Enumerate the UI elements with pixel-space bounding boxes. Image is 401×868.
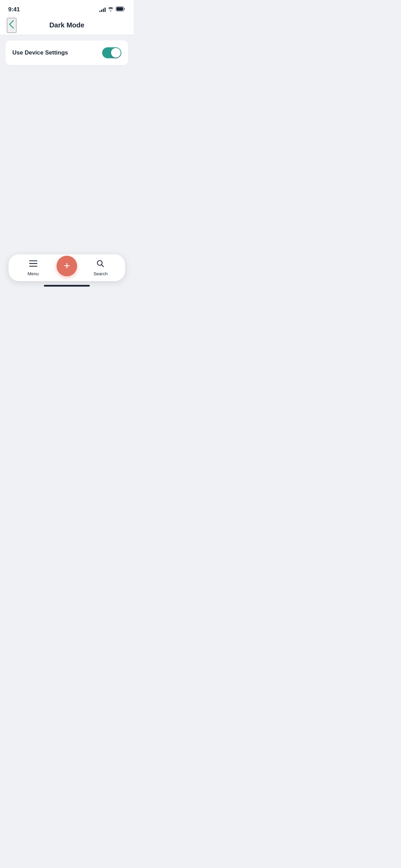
tab-menu[interactable]: Menu	[21, 260, 45, 276]
page-title: Dark Mode	[49, 21, 84, 29]
add-icon: +	[64, 260, 70, 271]
battery-icon	[116, 7, 125, 13]
search-icon	[96, 260, 105, 270]
status-icons	[99, 7, 125, 13]
wifi-icon	[108, 7, 114, 13]
svg-rect-3	[29, 263, 37, 264]
svg-rect-1	[117, 7, 123, 11]
status-time: 9:41	[8, 6, 20, 13]
tab-menu-label: Menu	[27, 271, 39, 276]
back-button[interactable]	[7, 18, 16, 33]
tab-bar-wrapper: Menu + Search	[9, 254, 125, 281]
use-device-settings-toggle[interactable]	[102, 47, 121, 58]
svg-rect-4	[29, 266, 37, 266]
svg-rect-2	[29, 260, 37, 261]
toggle-thumb	[111, 48, 121, 58]
main-content: Use Device Settings	[0, 35, 134, 168]
home-indicator	[44, 285, 90, 287]
menu-icon	[29, 260, 37, 270]
add-button[interactable]: +	[57, 256, 77, 276]
dark-mode-page: 9:41	[0, 0, 134, 289]
nav-header: Dark Mode	[0, 17, 134, 35]
signal-icon	[99, 7, 106, 12]
tab-search[interactable]: Search	[88, 260, 112, 276]
tab-search-label: Search	[94, 271, 108, 276]
status-bar: 9:41	[0, 0, 134, 17]
tab-bar: Menu + Search	[9, 254, 125, 281]
use-device-settings-label: Use Device Settings	[12, 49, 68, 56]
use-device-settings-card: Use Device Settings	[5, 40, 128, 65]
